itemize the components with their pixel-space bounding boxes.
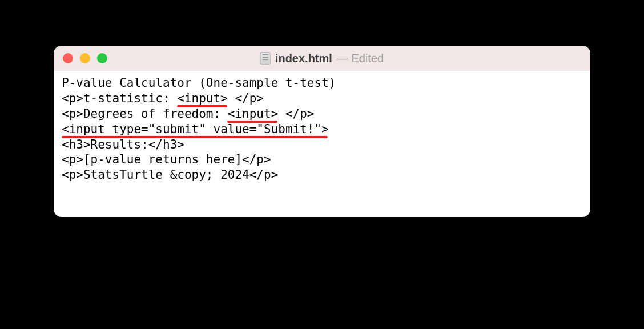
code-line[interactable]: <p>[p-value returns here]</p> xyxy=(62,152,582,167)
filename-label: index.html xyxy=(275,52,332,65)
window-controls xyxy=(63,53,107,63)
code-line[interactable]: <p>t-statistic: <input> </p> xyxy=(62,91,582,106)
code-line[interactable]: <p>StatsTurtle &copy; 2024</p> xyxy=(62,167,582,183)
code-line[interactable]: <h3>Results:</h3> xyxy=(62,137,582,153)
code-line[interactable]: <input type="submit" value="Submit!"> xyxy=(62,122,582,137)
close-icon[interactable] xyxy=(63,53,73,63)
minimize-icon[interactable] xyxy=(80,53,90,63)
code-line[interactable]: P-value Calculator (One-sample t-test) xyxy=(62,75,582,91)
window-title: index.html — Edited xyxy=(260,52,384,65)
titlebar[interactable]: index.html — Edited xyxy=(54,46,590,71)
code-line[interactable]: <p>Degrees of freedom: <input> </p> xyxy=(62,106,582,122)
editor-window: index.html — Edited P-value Calculator (… xyxy=(54,46,590,217)
document-icon xyxy=(260,52,271,65)
maximize-icon[interactable] xyxy=(97,53,107,63)
edited-status: — Edited xyxy=(337,52,384,65)
editor-content[interactable]: P-value Calculator (One-sample t-test)<p… xyxy=(54,71,590,217)
